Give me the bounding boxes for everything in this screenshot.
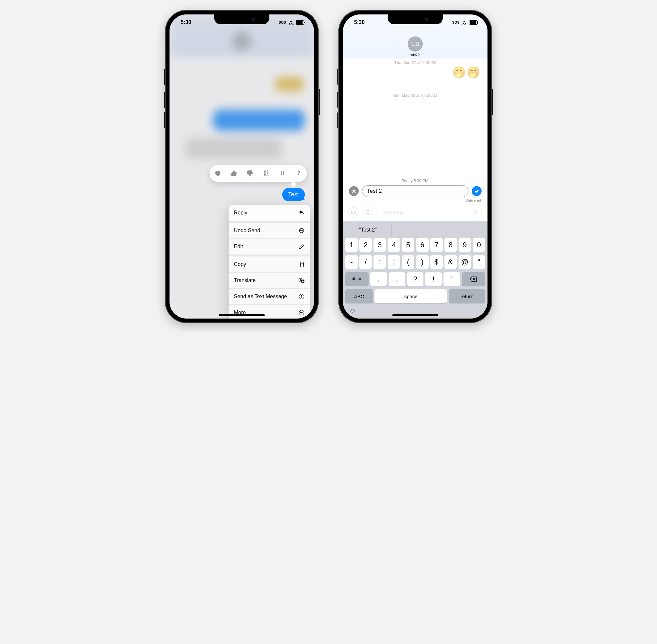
- key-space[interactable]: space: [375, 289, 447, 303]
- key-?[interactable]: ?: [407, 272, 424, 286]
- svg-point-8: [302, 312, 303, 313]
- key-"[interactable]: ": [473, 255, 485, 269]
- key-;[interactable]: ;: [388, 255, 400, 269]
- key-,[interactable]: ,: [389, 272, 405, 286]
- svg-point-9: [353, 212, 355, 213]
- key-([interactable]: (: [402, 255, 414, 269]
- confirm-edit-button[interactable]: [472, 186, 481, 196]
- app-store-icon: [365, 209, 371, 215]
- compose-placeholder: iMessage: [381, 209, 404, 215]
- battery-icon: [469, 20, 478, 25]
- contact-name-row[interactable]: Eric: [410, 52, 420, 57]
- key-symbols[interactable]: #+=: [345, 272, 368, 286]
- edit-message-input[interactable]: Test 2: [362, 185, 469, 197]
- menu-reply[interactable]: Reply: [229, 205, 310, 221]
- home-indicator[interactable]: [219, 314, 265, 316]
- key-5[interactable]: 5: [402, 238, 414, 252]
- menu-label: Translate: [234, 277, 255, 283]
- menu-label: Undo Send: [234, 228, 260, 233]
- status-time: 5:30: [181, 19, 191, 25]
- tapback-exclaim[interactable]: !!: [278, 169, 287, 178]
- status-sos: SOS: [452, 21, 459, 24]
- timestamp-2: Sat, May 28 at 10:53 AM: [343, 93, 488, 98]
- emoji-keyboard-button[interactable]: ☺: [349, 307, 356, 315]
- edit-timestamp: Today 5:30 PM: [349, 179, 481, 183]
- key-'[interactable]: ': [444, 272, 460, 286]
- key-![interactable]: !: [425, 272, 442, 286]
- key--[interactable]: -: [345, 255, 358, 269]
- undo-icon: [298, 227, 305, 234]
- tapback-bar: HA HA !! ?: [209, 165, 307, 182]
- key-:[interactable]: :: [373, 255, 386, 269]
- tapback-thumbs-down[interactable]: [246, 169, 254, 178]
- key-0[interactable]: 0: [473, 238, 485, 252]
- cancel-edit-button[interactable]: [349, 186, 359, 196]
- tapback-haha[interactable]: HA HA: [262, 169, 271, 178]
- suggestion-3[interactable]: [439, 223, 486, 236]
- checkmark-icon: [474, 188, 479, 194]
- status-time: 5:30: [354, 19, 365, 25]
- compose-input[interactable]: iMessage: [377, 207, 482, 218]
- phone-left: 5:30 SOS HA HA !! ? Test Re: [165, 10, 319, 323]
- edit-message-value: Test 2: [367, 188, 382, 194]
- home-indicator[interactable]: [392, 314, 438, 316]
- svg-point-7: [301, 312, 302, 313]
- key-abc[interactable]: ABC: [345, 289, 373, 303]
- key-6[interactable]: 6: [416, 238, 428, 252]
- tapback-question[interactable]: ?: [294, 169, 303, 178]
- notch: [388, 15, 443, 24]
- key-3[interactable]: 3: [373, 238, 386, 252]
- selected-message-bubble[interactable]: Test: [282, 188, 305, 201]
- ellipsis-icon: [298, 309, 305, 316]
- reply-icon: [298, 209, 305, 216]
- key-)[interactable]: ): [416, 255, 428, 269]
- menu-label: Reply: [234, 210, 247, 216]
- menu-more[interactable]: More...: [229, 304, 310, 319]
- pencil-icon: [298, 243, 305, 250]
- contact-avatar[interactable]: ES: [408, 37, 423, 51]
- suggestion-1[interactable]: "Test 2": [344, 223, 391, 236]
- suggestion-bar: "Test 2": [344, 223, 486, 236]
- svg-rect-11: [474, 209, 476, 213]
- svg-rect-1: [300, 263, 303, 267]
- key-8[interactable]: 8: [445, 238, 457, 252]
- key-$[interactable]: $: [430, 255, 443, 269]
- tapback-heart[interactable]: [213, 169, 222, 178]
- menu-label: Copy: [234, 261, 246, 267]
- menu-label: Send as Text Message: [234, 294, 287, 299]
- tapback-thumbs-up[interactable]: [230, 169, 238, 178]
- camera-icon: [350, 209, 357, 215]
- edit-message-area: Today 5:30 PM Test 2 Delivered: [343, 177, 488, 205]
- notch: [214, 15, 269, 24]
- key-9[interactable]: 9: [459, 238, 471, 252]
- menu-copy[interactable]: Copy: [229, 256, 310, 272]
- menu-translate[interactable]: Translate: [229, 272, 310, 288]
- timestamp-1: Thu, Jan 27 at 3:49 PM: [343, 61, 488, 65]
- key-4[interactable]: 4: [388, 238, 400, 252]
- close-icon: [352, 189, 356, 193]
- menu-edit[interactable]: Edit: [229, 238, 310, 254]
- menu-undo[interactable]: Undo Send: [229, 223, 310, 238]
- backspace-icon: [470, 276, 477, 282]
- key-/[interactable]: /: [359, 255, 372, 269]
- camera-button[interactable]: [348, 207, 359, 218]
- screen-left: 5:30 SOS HA HA !! ? Test Re: [169, 15, 314, 319]
- key-.[interactable]: .: [370, 272, 387, 286]
- key-2[interactable]: 2: [359, 238, 372, 252]
- mic-icon: [473, 209, 478, 216]
- apps-button[interactable]: [363, 207, 373, 218]
- menu-label: Edit: [234, 244, 243, 250]
- key-1[interactable]: 1: [345, 238, 358, 252]
- menu-sendsms[interactable]: Send as Text Message: [229, 288, 310, 304]
- key-delete[interactable]: [462, 272, 485, 286]
- message-scroll-area[interactable]: Thu, Jan 27 at 3:49 PM 🤭🤭 Sat, May 28 at…: [343, 59, 488, 177]
- key-7[interactable]: 7: [430, 238, 443, 252]
- emoji-message[interactable]: 🤭🤭: [452, 66, 481, 79]
- key-@[interactable]: @: [459, 255, 471, 269]
- key-return[interactable]: return: [449, 289, 485, 303]
- copy-icon: [298, 261, 305, 268]
- suggestion-2[interactable]: [391, 223, 439, 236]
- compose-bar: iMessage: [343, 205, 488, 221]
- wifi-icon: [288, 20, 294, 25]
- key-&[interactable]: &: [445, 255, 457, 269]
